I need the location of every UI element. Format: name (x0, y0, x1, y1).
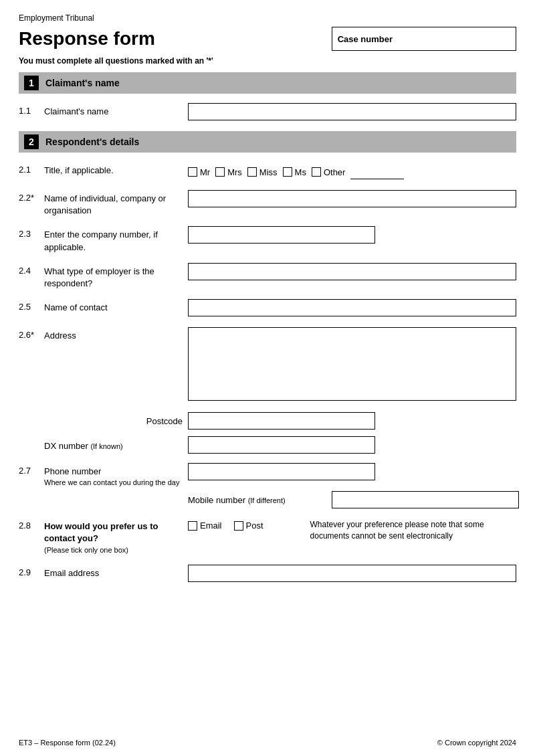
row-1-1: 1.1 Claimant's name (19, 103, 516, 122)
field-2-9-label: Email address (44, 565, 188, 579)
phone-label-sub: Where we can contact you during the day (44, 478, 188, 488)
title-other-input[interactable] (350, 165, 404, 179)
case-number-label: Case number (338, 34, 393, 44)
phone-number-input[interactable] (188, 463, 375, 480)
case-number-container: Case number (332, 27, 516, 51)
field-2-4-input-container (188, 263, 516, 280)
title-mr-option[interactable]: Mr (188, 167, 210, 177)
row-2-4: 2.4 What type of employer is the respond… (19, 263, 516, 290)
contact-pref-options: Email Post (188, 518, 263, 531)
title-mr-checkbox[interactable] (188, 167, 197, 177)
field-2-3-label: Enter the company number, if applicable. (44, 226, 188, 253)
title-other-option[interactable]: Other (312, 167, 346, 177)
title-miss-option[interactable]: Miss (247, 167, 278, 177)
dx-label: DX number (If known) (44, 438, 188, 452)
contact-pref-label-sub: (Please tick only one box) (44, 545, 188, 555)
field-2-8-number: 2.8 (19, 518, 44, 531)
mobile-number-input[interactable] (332, 491, 519, 508)
field-2-8-label: How would you prefer us to contact you? … (44, 518, 188, 555)
field-2-5-number: 2.5 (19, 299, 44, 312)
case-number-input[interactable] (398, 34, 510, 44)
field-2-9-number: 2.9 (19, 565, 44, 577)
title-miss-checkbox[interactable] (247, 167, 257, 177)
title-mrs-option[interactable]: Mrs (215, 167, 242, 177)
row-2-9: 2.9 Email address (19, 565, 516, 583)
postcode-input[interactable] (188, 412, 375, 430)
mandatory-note: You must complete all questions marked w… (19, 56, 516, 66)
field-1-1-number: 1.1 (19, 103, 44, 116)
footer-left: ET3 – Response form (02.24) (19, 739, 116, 747)
section-1-title: Claimant's name (45, 78, 120, 88)
row-2-7: 2.7 Phone number Where we can contact yo… (19, 463, 516, 508)
field-2-6-input-container (188, 327, 516, 403)
address-textarea[interactable] (188, 327, 516, 401)
contact-name-input[interactable] (188, 299, 516, 316)
dx-label-small: (If known) (90, 442, 122, 450)
title-mr-label: Mr (200, 167, 210, 177)
section-2-title: Respondent's details (45, 136, 139, 147)
contact-email-checkbox[interactable] (188, 521, 197, 531)
row-2-3: 2.3 Enter the company number, if applica… (19, 226, 516, 253)
field-2-1-number: 2.1 (19, 162, 44, 175)
field-2-5-label: Name of contact (44, 299, 188, 314)
field-2-3-number: 2.3 (19, 226, 44, 239)
email-address-input[interactable] (188, 565, 516, 582)
mobile-label: Mobile number (If different) (188, 495, 332, 505)
field-2-6-label: Address (44, 327, 188, 342)
title-mrs-label: Mrs (227, 167, 242, 177)
section-1-header: 1 Claimant's name (19, 72, 516, 94)
field-2-9-input-container (188, 565, 516, 582)
field-2-2-label: Name of individual, company or organisat… (44, 190, 188, 217)
field-2-1-options: Mr Mrs Miss Ms Other (188, 162, 516, 179)
contact-post-label: Post (246, 521, 263, 531)
contact-email-label: Email (200, 521, 222, 531)
contact-note: Whatever your preference please note tha… (310, 518, 511, 542)
field-2-1-label: Title, if applicable. (44, 162, 188, 177)
dx-number-input[interactable] (188, 436, 375, 454)
footer-right: © Crown copyright 2024 (437, 739, 516, 747)
field-2-6-number: 2.6* (19, 327, 44, 340)
dx-label-text: DX number (44, 441, 88, 451)
title-other-checkbox[interactable] (312, 167, 321, 177)
field-1-1-label: Claimant's name (44, 103, 188, 118)
row-2-8: 2.8 How would you prefer us to contact y… (19, 518, 516, 555)
field-2-2-input-container (188, 190, 516, 207)
field-2-7-input-container: Mobile number (If different) (188, 463, 519, 508)
row-2-2: 2.2* Name of individual, company or orga… (19, 190, 516, 217)
row-2-5: 2.5 Name of contact (19, 299, 516, 318)
section-2-header: 2 Respondent's details (19, 131, 516, 153)
field-2-7-label: Phone number Where we can contact you du… (44, 463, 188, 488)
field-2-2-number: 2.2* (19, 190, 44, 203)
employment-tribunal-label: Employment Tribunal (19, 13, 516, 23)
field-2-4-number: 2.4 (19, 263, 44, 276)
title-ms-checkbox[interactable] (283, 167, 292, 177)
row-2-6: 2.6* Address (19, 327, 516, 403)
section-1-number: 1 (24, 76, 39, 90)
page-title: Response form (19, 28, 155, 50)
title-ms-label: Ms (295, 167, 306, 177)
claimants-name-input[interactable] (188, 103, 516, 120)
company-number-input[interactable] (188, 226, 375, 244)
field-2-3-input-container (188, 226, 516, 244)
contact-post-option[interactable]: Post (234, 521, 263, 531)
field-2-7-number: 2.7 (19, 463, 44, 476)
title-other-label: Other (324, 167, 346, 177)
title-ms-option[interactable]: Ms (283, 167, 306, 177)
title-mrs-checkbox[interactable] (215, 167, 225, 177)
contact-post-checkbox[interactable] (234, 521, 243, 531)
title-miss-label: Miss (259, 167, 278, 177)
phone-label-main: Phone number (44, 466, 188, 478)
postcode-label: Postcode (19, 416, 188, 426)
contact-email-option[interactable]: Email (188, 521, 222, 531)
row-2-1: 2.1 Title, if applicable. Mr Mrs Miss Ms… (19, 162, 516, 181)
field-2-5-input-container (188, 299, 516, 316)
footer: ET3 – Response form (02.24) © Crown copy… (19, 739, 516, 747)
employer-type-input[interactable] (188, 263, 516, 280)
org-name-input[interactable] (188, 190, 516, 207)
field-2-8-options-container: Email Post Whatever your preference plea… (188, 518, 516, 542)
contact-pref-label-main: How would you prefer us to contact you? (44, 521, 188, 545)
field-2-4-label: What type of employer is the respondent? (44, 263, 188, 290)
field-1-1-input-container (188, 103, 516, 120)
postcode-row: Postcode (19, 412, 516, 430)
section-2-number: 2 (24, 134, 39, 149)
